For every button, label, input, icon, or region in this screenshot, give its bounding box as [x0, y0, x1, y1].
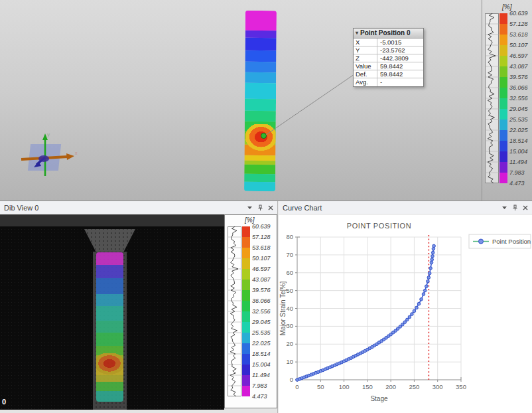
axis-gizmo[interactable]: y x: [16, 128, 80, 184]
colorbar-segment: [499, 24, 507, 35]
legend-label: Point Position 0: [492, 238, 532, 245]
colorbar-segment: [242, 226, 250, 237]
x-tick-label: 100: [339, 383, 350, 390]
data-point[interactable]: [406, 318, 409, 321]
viewport-3d[interactable]: y x ▾ Point Position 0 X-5.0015Y-23.5762…: [0, 0, 532, 201]
fringe-band: [96, 278, 123, 294]
colorbar-segment: [242, 248, 250, 258]
close-icon[interactable]: [523, 205, 528, 210]
chevron-down-icon[interactable]: [501, 205, 507, 210]
panel-title: Curve Chart: [283, 204, 322, 212]
colorbar-segment: [499, 162, 507, 173]
fringe-band: [245, 72, 276, 83]
data-point[interactable]: [429, 267, 432, 270]
scale-tick-label: 15.004: [252, 361, 271, 368]
scale-tick-label: 46.597: [252, 266, 271, 272]
x-axis-title: Stage: [370, 395, 388, 402]
data-point[interactable]: [408, 315, 411, 319]
curve-chart-canvas[interactable]: 05010015020025030035001020304050607080PO…: [279, 214, 532, 412]
scale-tick-label: 57.128: [509, 21, 528, 27]
chevron-down-icon[interactable]: [247, 205, 253, 210]
colorbar-segment: [242, 311, 250, 322]
scale-colorbar[interactable]: [499, 13, 507, 183]
tooltip-row: Z-442.3809: [354, 54, 423, 62]
scale-tick-label: 39.576: [509, 74, 528, 80]
x-tick-label: 0: [295, 383, 299, 390]
data-point[interactable]: [430, 261, 433, 264]
colorbar-segment: [499, 35, 507, 45]
bottom-dock: Dib View 0 0: [0, 201, 532, 413]
stage-number-label: 0: [2, 398, 6, 406]
data-point[interactable]: [411, 313, 414, 316]
point-tooltip[interactable]: ▾ Point Position 0 X-5.0015Y-23.5762Z-44…: [353, 28, 424, 87]
scale-tick-label: 50.107: [509, 42, 528, 48]
scale-colorbar[interactable]: [242, 226, 250, 396]
data-point[interactable]: [431, 255, 434, 258]
tooltip-row: Y-23.5762: [354, 46, 423, 54]
tooltip-row: Avg.-: [354, 78, 423, 86]
scale-histogram: [228, 226, 241, 396]
data-point[interactable]: [415, 306, 419, 309]
x-tick-label: 300: [432, 383, 443, 390]
fringe-band: [96, 252, 123, 265]
data-point[interactable]: [417, 302, 421, 305]
y-tick-label: 60: [286, 269, 293, 276]
data-point[interactable]: [431, 258, 434, 262]
data-point[interactable]: [432, 244, 436, 248]
colorbar-segment: [499, 13, 507, 24]
data-point[interactable]: [431, 251, 434, 254]
colorbar-segment: [242, 354, 250, 365]
gizmo-origin: [38, 155, 49, 162]
pin-icon[interactable]: [257, 205, 263, 211]
panel-header[interactable]: Curve Chart: [279, 201, 532, 214]
fringe-band: [96, 391, 123, 402]
scale-tick-label: 29.045: [252, 319, 271, 325]
fringe-band: [245, 38, 277, 50]
colorbar-segment: [499, 77, 507, 88]
scale-tick-label: 36.066: [252, 297, 271, 304]
data-point[interactable]: [403, 321, 407, 324]
colorbar-segment: [242, 290, 250, 301]
colorbar-segment: [242, 322, 250, 333]
x-axis-label: x: [75, 151, 78, 155]
tooltip-row-value: -: [377, 78, 423, 86]
colorbar-segment: [242, 365, 250, 375]
scale-tick-label: 36.066: [509, 84, 528, 91]
colorbar-segment: [499, 151, 507, 162]
data-point[interactable]: [423, 289, 427, 292]
scale-tick-label: 32.556: [509, 95, 528, 102]
data-point[interactable]: [425, 285, 429, 288]
data-point[interactable]: [420, 298, 423, 301]
scale-tick-label: 43.087: [509, 63, 528, 70]
scale-tick-label: 11.494: [252, 372, 270, 378]
y-axis-label: y: [47, 131, 50, 137]
tooltip-row-label: Def.: [354, 70, 377, 78]
close-icon[interactable]: [268, 205, 273, 210]
data-point[interactable]: [413, 309, 416, 313]
tooltip-header[interactable]: ▾ Point Position 0: [354, 29, 423, 39]
data-point[interactable]: [427, 276, 431, 280]
colorbar-segment: [499, 141, 507, 151]
fringe-band: [245, 99, 276, 111]
scale-histogram: [485, 13, 499, 183]
strain-hotspot-cam: [96, 353, 123, 374]
pin-icon[interactable]: [512, 205, 518, 211]
point-marker[interactable]: [261, 133, 267, 139]
scale-tick-label: 60.639: [509, 10, 528, 17]
color-scale-legend-3d[interactable]: [%]60.63957.12853.61850.10746.59743.0873…: [485, 3, 532, 183]
data-point[interactable]: [428, 272, 431, 275]
data-point[interactable]: [427, 280, 430, 283]
colorbar-segment: [242, 237, 250, 248]
panel-header[interactable]: Dib View 0: [0, 201, 277, 214]
scale-tick-label: 32.556: [252, 308, 271, 315]
color-scale-legend-dib[interactable]: [%]60.63957.12853.61850.10746.59743.0873…: [228, 216, 280, 396]
colorbar-segment: [499, 130, 507, 141]
data-point[interactable]: [422, 293, 425, 296]
camera-image[interactable]: 0: [0, 214, 224, 410]
application-window: y x ▾ Point Position 0 X-5.0015Y-23.5762…: [0, 0, 532, 413]
scale-tick-label: 4.473: [252, 393, 267, 400]
x-tick-label: 200: [385, 383, 396, 390]
fringe-band: [96, 265, 123, 278]
x-tick-label: 250: [409, 383, 419, 390]
y-tick-label: 0: [290, 376, 293, 383]
